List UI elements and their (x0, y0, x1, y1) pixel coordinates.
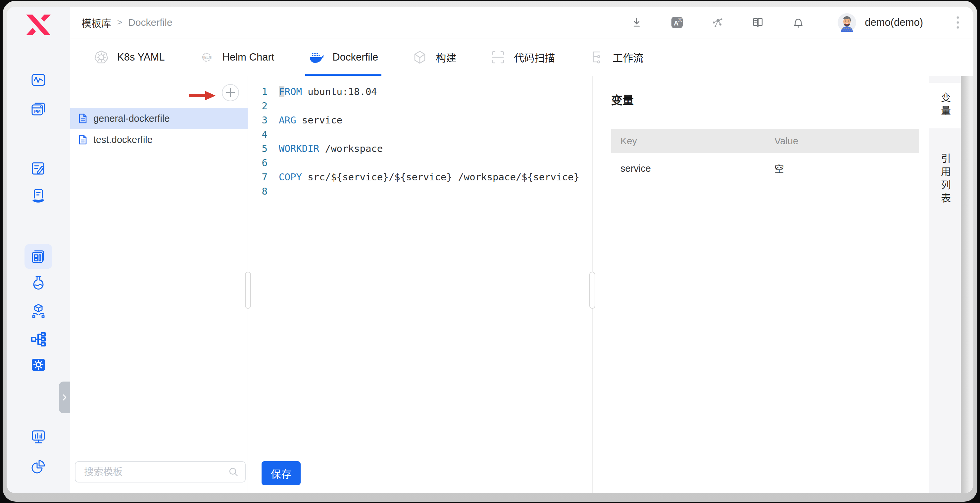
search-icon (228, 467, 239, 477)
code-lines: 1FROM ubuntu:18.0423ARG service45WORKDIR… (248, 85, 592, 198)
tab-label: 构建 (436, 50, 456, 65)
sidebar-collapse-handle[interactable] (59, 382, 70, 413)
docs-icon[interactable] (752, 16, 764, 29)
variable-key: service (611, 163, 765, 174)
column-header-value: Value (765, 136, 919, 147)
app-logo[interactable] (25, 14, 51, 36)
code-line[interactable]: 6 (248, 156, 592, 170)
annotation-arrow-icon (189, 90, 216, 101)
line-number: 3 (248, 113, 267, 127)
template-list-header (70, 76, 248, 108)
k8s-icon (94, 50, 108, 65)
svg-text:文: 文 (678, 17, 682, 22)
network-icon[interactable] (711, 16, 724, 29)
sidebar-item-package[interactable] (30, 303, 46, 319)
user-name[interactable]: demo(demo) (865, 17, 923, 29)
line-number: 6 (248, 156, 267, 170)
template-file-item[interactable]: test.dockerfile (70, 129, 248, 150)
topbar: 模板库 > Dockerfile A文 (70, 6, 974, 38)
file-name: general-dockerfile (93, 113, 170, 124)
sidebar-item-edit-note[interactable] (30, 160, 46, 176)
template-library-icon (30, 249, 46, 264)
sidebar-item-test-flask[interactable] (30, 275, 46, 291)
code-line[interactable]: 3ARG service (248, 113, 592, 127)
workflow-icon (589, 50, 604, 65)
sidebar-item-template-library[interactable] (24, 244, 52, 269)
code-text: WORKDIR /workspace (279, 142, 383, 156)
tab-工作流[interactable]: 工作流 (589, 38, 643, 76)
monitor-report-icon (30, 429, 46, 445)
chevron-right-icon (61, 394, 68, 401)
tab-label: K8s YAML (117, 51, 165, 63)
more-menu-icon[interactable] (956, 15, 960, 30)
translate-icon[interactable]: A文 (671, 16, 683, 29)
monitor-activity-icon (30, 72, 46, 88)
tab-dockerfile[interactable]: Dockerfile (309, 38, 378, 76)
svg-text:PM: PM (34, 109, 41, 114)
code-line[interactable]: 4 (248, 127, 592, 142)
code-line[interactable]: 8 (248, 184, 592, 198)
line-number: 5 (248, 142, 267, 156)
tab-label: Dockerfile (332, 51, 378, 63)
line-number: 1 (248, 85, 267, 99)
helm-icon: HELM (199, 50, 214, 65)
scrollbar-file-panel[interactable] (245, 272, 251, 309)
avatar-image (838, 13, 856, 32)
search-input[interactable] (75, 467, 228, 478)
variables-table-row[interactable]: service空 (611, 153, 919, 184)
variables-table-header: Key Value (611, 129, 919, 153)
app-frame: PM 模板库 > Dockerfile A文 (6, 6, 974, 493)
line-number: 7 (248, 170, 267, 184)
variables-panel: 变量 Key Value service空 (593, 76, 929, 493)
file-name: test.dockerfile (93, 134, 153, 145)
template-file-item[interactable]: general-dockerfile (70, 108, 248, 129)
code-text: FROM ubuntu:18.04 (279, 85, 377, 99)
code-editor[interactable]: 1FROM ubuntu:18.0423ARG service45WORKDIR… (248, 76, 593, 493)
column-header-key: Key (611, 136, 765, 147)
code-line[interactable]: 7COPY src/${service}/${service} /workspa… (248, 170, 592, 184)
right-tab[interactable]: 变量 (929, 83, 961, 129)
tab-k8s-yaml[interactable]: K8s YAML (94, 38, 165, 76)
package-icon (30, 303, 46, 319)
pie-analytics-icon (30, 459, 46, 474)
plus-icon (226, 88, 235, 97)
test-flask-icon (30, 275, 46, 291)
tab-构建[interactable]: 构建 (412, 38, 456, 76)
logo-x-icon (25, 14, 51, 35)
sidebar-item-project-pm[interactable]: PM (30, 101, 46, 117)
scan-icon (491, 50, 505, 65)
pipeline-tree-icon (30, 331, 46, 347)
tab-helm-chart[interactable]: HELMHelm Chart (199, 38, 274, 76)
variables-table-body: service空 (611, 153, 919, 184)
breadcrumb-separator: > (117, 17, 122, 27)
notifications-icon[interactable] (792, 16, 805, 29)
breadcrumb-root[interactable]: 模板库 (81, 15, 111, 30)
template-list-panel: general-dockerfiletest.dockerfile (70, 76, 248, 493)
right-tab[interactable]: 引用列表 (929, 142, 961, 218)
sidebar-item-monitor-report[interactable] (30, 429, 46, 445)
search-template-box (75, 461, 246, 482)
variables-table: Key Value service空 (611, 129, 919, 184)
download-icon[interactable] (630, 16, 643, 29)
sidebar-item-pipeline-tree[interactable] (30, 331, 46, 347)
app-window: PM 模板库 > Dockerfile A文 (3, 1, 977, 502)
sidebar-item-settings-box[interactable] (30, 357, 46, 373)
window-right-edge (961, 76, 974, 493)
breadcrumb-current: Dockerfile (128, 17, 172, 28)
code-line[interactable]: 1FROM ubuntu:18.04 (248, 85, 592, 99)
sidebar-item-pie-analytics[interactable] (30, 459, 46, 474)
sidebar: PM (6, 6, 70, 493)
sidebar-item-doc-delivery[interactable] (30, 188, 46, 204)
tab-代码扫描[interactable]: 代码扫描 (491, 38, 555, 76)
sidebar-item-monitor-activity[interactable] (30, 72, 46, 88)
save-button[interactable]: 保存 (262, 461, 301, 485)
code-line[interactable]: 2 (248, 99, 592, 113)
breadcrumb: 模板库 > Dockerfile (81, 15, 172, 30)
line-number: 2 (248, 99, 267, 113)
scrollbar-editor[interactable] (589, 272, 595, 309)
code-text: ARG service (279, 113, 342, 127)
avatar[interactable] (838, 13, 856, 32)
docker-icon (309, 51, 324, 64)
code-line[interactable]: 5WORKDIR /workspace (248, 142, 592, 156)
add-template-button[interactable] (222, 84, 239, 101)
